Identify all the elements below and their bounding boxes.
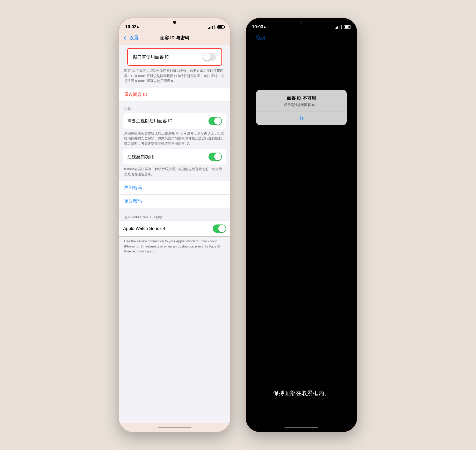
apple-watch-description: Use the secure connection to your Apple … <box>119 237 230 254</box>
status-icons-right: ⌊ <box>335 25 351 29</box>
status-time-left: 10:02 ▸ <box>125 24 139 29</box>
camera <box>173 21 176 24</box>
notch-right <box>285 18 318 27</box>
status-icons-left: ⌊ <box>208 25 224 29</box>
awareness-toggle-label: 注视感知功能 <box>127 154 154 160</box>
left-phone: 10:02 ▸ ⌊ 设置 面容 ID 与密码 <box>119 18 230 432</box>
attention-description: 原深感摄像头会先验证您正在注视 iPhone 屏幕，然后再认证，以此提供额外的安… <box>119 129 230 146</box>
signal-icon-right <box>335 25 339 29</box>
status-time-right: 10:03 ▸ <box>252 24 266 29</box>
attention-header: 注视 <box>119 101 230 113</box>
location-icon-right: ▸ <box>264 25 266 29</box>
signal-icon <box>208 25 213 29</box>
apple-watch-section: 使用 APPLE WATCH 解锁 Apple Watch Series 4 U… <box>119 212 230 254</box>
dialog-message: 稍后尝试设置面容 ID。 <box>262 103 340 107</box>
attention-toggle-label: 需要注视以启用面容 ID <box>127 118 173 124</box>
mask-description: 面容 ID 在设置为识别全脸面貌时最为准确。若要在戴口罩时使用面容 ID，iPh… <box>119 66 230 88</box>
dark-content: 面容 ID 不可用 稍后尝试设置面容 ID。 好 保持面部在取景框内。 <box>246 43 357 423</box>
apple-watch-header: 使用 APPLE WATCH 解锁 <box>119 212 230 221</box>
battery-icon-right <box>344 25 351 29</box>
attention-toggle-row[interactable]: 需要注视以启用面容 ID <box>123 113 226 129</box>
home-indicator-left <box>119 423 230 432</box>
mask-toggle-row[interactable]: 戴口罩使用面容 ID <box>127 48 222 66</box>
close-passcode-label: 关闭密码 <box>124 185 142 190</box>
wifi-icon-right: ⌊ <box>341 25 343 29</box>
attention-group: 需要注视以启用面容 ID <box>123 113 226 129</box>
awareness-group: 注视感知功能 <box>123 149 226 164</box>
dialog-ok-button[interactable]: 好 <box>256 112 347 125</box>
notch <box>158 18 191 27</box>
close-passcode-row[interactable]: 关闭密码 <box>119 181 230 194</box>
passcode-section: 关闭密码 更改密码 <box>119 181 230 208</box>
location-icon: ▸ <box>137 25 139 29</box>
reset-face-id-row[interactable]: 重设面容 ID <box>119 88 230 101</box>
face-id-unavailable-dialog: 面容 ID 不可用 稍后尝试设置面容 ID。 好 <box>256 90 347 125</box>
awareness-description: iPhone在调暗屏幕、解锁后展开通知或调低提醒音量之前，将查看您是否在注视屏幕… <box>119 164 230 177</box>
apple-watch-toggle[interactable] <box>213 224 226 233</box>
nav-bar-left: 设置 面容 ID 与密码 <box>119 32 230 45</box>
battery-icon <box>217 25 224 29</box>
cancel-button[interactable]: 取消 <box>251 33 271 43</box>
page-title: 面容 ID 与密码 <box>160 35 189 41</box>
viewfinder-instruction: 保持面部在取景框内。 <box>246 389 357 397</box>
mask-section: 戴口罩使用面容 ID <box>119 45 230 66</box>
attention-toggle[interactable] <box>209 117 222 125</box>
awareness-toggle[interactable] <box>209 153 222 161</box>
change-passcode-label: 更改密码 <box>124 199 142 204</box>
mask-toggle-label: 戴口罩使用面容 ID <box>133 54 169 60</box>
cancel-area: 取消 <box>246 32 357 43</box>
apple-watch-row[interactable]: Apple Watch Series 4 <box>119 221 230 237</box>
dialog-title: 面容 ID 不可用 <box>262 95 340 101</box>
reset-face-id-label: 重设面容 ID <box>124 92 147 97</box>
awareness-toggle-row[interactable]: 注视感知功能 <box>123 149 226 164</box>
chevron-left-icon <box>124 36 127 40</box>
content-area-left: 戴口罩使用面容 ID 面容 ID 在设置为识别全脸面貌时最为准确。若要在戴口罩时… <box>119 45 230 423</box>
right-phone: 10:03 ▸ ⌊ 取消 面容 ID 不可用 稍后尝试设置面容 ID。 <box>246 18 357 432</box>
change-passcode-row[interactable]: 更改密码 <box>119 194 230 208</box>
mask-toggle[interactable] <box>203 53 216 61</box>
wifi-icon: ⌊ <box>214 25 216 29</box>
back-button[interactable]: 设置 <box>124 35 139 41</box>
apple-watch-label: Apple Watch Series 4 <box>123 226 165 231</box>
home-indicator-right <box>246 423 357 432</box>
